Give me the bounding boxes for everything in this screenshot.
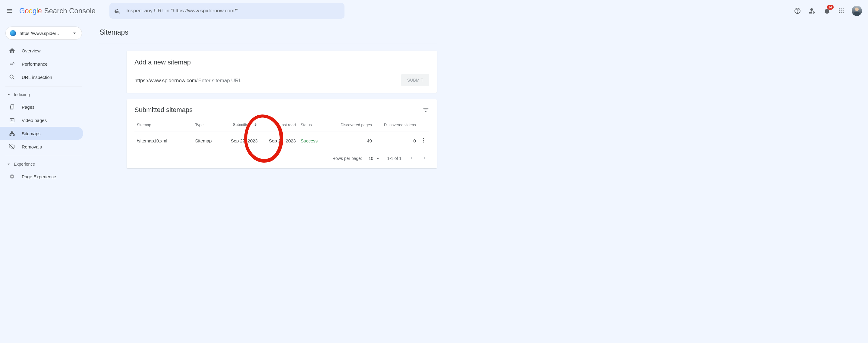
sidebar-item-url-inspection[interactable]: URL inspection — [0, 70, 83, 84]
user-gear-icon — [808, 7, 816, 15]
col-type[interactable]: Type — [193, 118, 222, 132]
cell-sitemap: /sitemap10.xml — [134, 132, 193, 150]
col-last-read[interactable]: Last read — [260, 118, 299, 132]
menu-button[interactable] — [2, 4, 17, 18]
cell-submitted: Sep 27, 2023 — [222, 132, 260, 150]
sidebar-group-experience[interactable]: Experience — [0, 159, 87, 170]
sitemap-url-input[interactable] — [198, 77, 394, 84]
help-icon — [794, 7, 801, 14]
sidebar-item-label: Pages — [22, 104, 35, 110]
svg-point-4 — [843, 8, 844, 10]
apps-grid-icon — [838, 7, 844, 14]
sidebar-item-sitemaps[interactable]: Sitemaps — [0, 127, 83, 140]
chevron-left-icon — [408, 155, 415, 162]
sidebar-item-label: Removals — [22, 144, 42, 149]
circle-icon — [8, 173, 16, 179]
sidebar-item-label: Page Experience — [22, 174, 56, 179]
notification-badge: 14 — [827, 5, 834, 10]
rows-per-page-label: Rows per page: — [333, 156, 362, 161]
svg-point-5 — [839, 10, 840, 11]
sitemap-icon — [8, 130, 16, 136]
property-label: https://www.spider… — [20, 31, 71, 36]
url-inspect-input[interactable] — [126, 7, 340, 14]
col-submitted[interactable]: Submitted — [222, 118, 260, 132]
users-settings-button[interactable] — [808, 7, 816, 15]
divider — [5, 86, 82, 87]
rows-per-page-select[interactable]: 10 — [369, 156, 381, 161]
cell-disc-videos: 0 — [374, 132, 418, 150]
col-disc-videos[interactable]: Discovered videos — [374, 118, 418, 132]
more-vert-icon — [421, 137, 427, 143]
url-inspect-search[interactable] — [110, 3, 344, 19]
sidebar-group-indexing[interactable]: Indexing — [0, 89, 87, 100]
apps-button[interactable] — [838, 7, 844, 14]
row-menu-button[interactable] — [418, 132, 429, 150]
chevron-down-icon — [6, 92, 11, 97]
svg-point-9 — [841, 12, 842, 13]
cell-last-read: Sep 27, 2023 — [260, 132, 299, 150]
submitted-sitemaps-title: Submitted sitemaps — [134, 106, 423, 114]
sidebar-item-overview[interactable]: Overview — [0, 44, 83, 57]
arrow-down-icon — [253, 123, 258, 127]
col-sitemap[interactable]: Sitemap — [134, 118, 193, 132]
svg-point-1 — [797, 12, 798, 13]
svg-point-20 — [423, 140, 424, 141]
chevron-down-icon — [6, 162, 11, 167]
sidebar-item-label: Overview — [22, 48, 41, 53]
hide-icon — [8, 143, 16, 150]
svg-point-6 — [841, 10, 842, 11]
sitemap-url-field[interactable]: https://www.spidernow.com/ — [134, 77, 394, 86]
submitted-sitemaps-card: Submitted sitemaps Sitemap Type Submitte… — [127, 99, 437, 168]
svg-point-11 — [10, 75, 13, 78]
chevron-right-icon — [421, 155, 428, 162]
sidebar-item-label: URL inspection — [22, 75, 52, 80]
svg-rect-15 — [10, 134, 11, 136]
chevron-down-icon — [375, 156, 381, 161]
content: Sitemaps Add a new sitemap https://www.s… — [87, 22, 449, 187]
svg-point-19 — [423, 138, 424, 139]
trend-icon — [8, 61, 16, 67]
svg-rect-14 — [11, 131, 13, 133]
sidebar-item-pages[interactable]: Pages — [0, 100, 83, 113]
sitemap-url-prefix: https://www.spidernow.com/ — [134, 78, 198, 84]
sidebar-item-performance[interactable]: Performance — [0, 57, 83, 70]
svg-point-10 — [843, 12, 844, 13]
globe-icon — [10, 30, 16, 36]
sidebar-item-label: Sitemaps — [22, 131, 41, 136]
filter-icon — [423, 107, 429, 113]
pager-range: 1-1 of 1 — [387, 156, 401, 161]
table-row[interactable]: /sitemap10.xml Sitemap Sep 27, 2023 Sep … — [134, 132, 429, 150]
pages-icon — [8, 104, 16, 110]
sidebar-item-removals[interactable]: Removals — [0, 140, 83, 153]
product-logo[interactable]: Google Search Console — [19, 7, 96, 15]
sidebar-group-label: Experience — [14, 162, 35, 167]
product-name: Search Console — [44, 7, 96, 15]
page-title: Sitemaps — [99, 28, 128, 36]
pager-prev[interactable] — [408, 155, 415, 162]
home-icon — [8, 47, 16, 54]
notifications-button[interactable]: 14 — [824, 7, 831, 14]
sidebar-group-label: Indexing — [14, 92, 30, 97]
svg-point-2 — [839, 8, 840, 10]
svg-rect-12 — [11, 105, 14, 108]
chevron-down-icon — [71, 30, 78, 36]
help-button[interactable] — [794, 7, 801, 14]
cell-type: Sitemap — [193, 132, 222, 150]
sidebar-item-page-experience[interactable]: Page Experience — [0, 170, 83, 183]
svg-point-3 — [841, 8, 842, 10]
add-sitemap-title: Add a new sitemap — [134, 59, 429, 66]
sidebar: https://www.spider… Overview Performance… — [0, 22, 87, 190]
account-avatar[interactable] — [852, 6, 862, 16]
submit-button[interactable]: SUBMIT — [401, 74, 429, 86]
pager-next[interactable] — [421, 155, 428, 162]
col-disc-pages[interactable]: Discovered pages — [330, 118, 374, 132]
svg-point-18 — [11, 176, 13, 177]
cell-disc-pages: 49 — [330, 132, 374, 150]
filter-button[interactable] — [423, 107, 429, 113]
col-status[interactable]: Status — [298, 118, 330, 132]
cell-status: Success — [298, 132, 330, 150]
sitemaps-table: Sitemap Type Submitted Last read Status … — [134, 118, 429, 150]
svg-point-8 — [839, 12, 840, 13]
sidebar-item-video-pages[interactable]: Video pages — [0, 113, 83, 127]
property-selector[interactable]: https://www.spider… — [5, 27, 82, 40]
